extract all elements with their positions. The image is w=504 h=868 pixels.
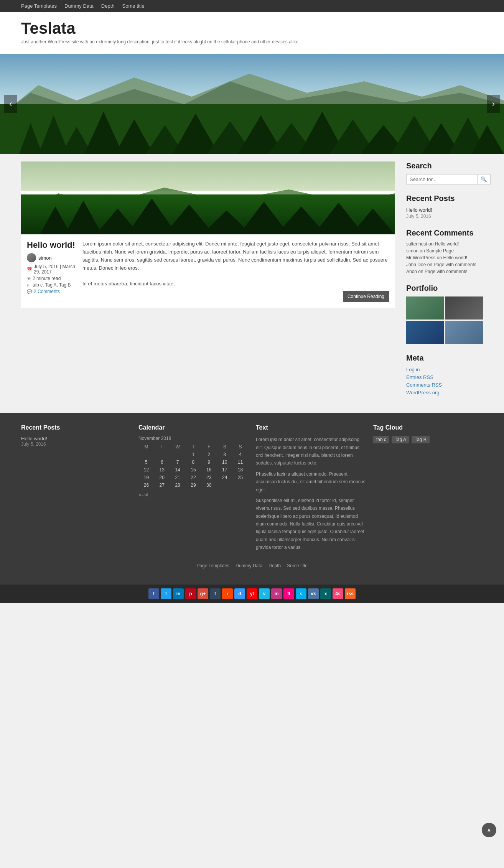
- social-icon-foursquare[interactable]: 4s: [333, 588, 343, 599]
- slider-image: [0, 54, 504, 154]
- post-meta-left: Hello world! simon 📅 July 5, 2016 | Marc…: [27, 240, 77, 302]
- social-icon-googleplus[interactable]: g+: [198, 588, 208, 599]
- nav-item-3[interactable]: Depth: [101, 3, 115, 9]
- cal-cell[interactable]: 13: [154, 466, 170, 474]
- social-icon-vimeo[interactable]: v: [259, 588, 270, 599]
- social-icon-youtube[interactable]: yt: [247, 588, 257, 599]
- cal-cell[interactable]: 23: [201, 474, 217, 481]
- tag-icon: 🏷: [27, 283, 31, 287]
- cal-cell[interactable]: 20: [154, 474, 170, 481]
- cal-cell[interactable]: 24: [217, 474, 232, 481]
- cal-cell[interactable]: 14: [170, 466, 186, 474]
- content-area: Hello world! simon 📅 July 5, 2016 | Marc…: [21, 161, 395, 405]
- cal-cell[interactable]: 11: [232, 458, 248, 466]
- portfolio-thumb-4[interactable]: [445, 321, 483, 344]
- social-icon-delicious[interactable]: d: [234, 588, 245, 599]
- social-icon-skype[interactable]: s: [296, 588, 306, 599]
- footer-recent-post-date: July 5, 2016: [21, 441, 131, 447]
- social-bar: ftinpg+trdytvinflsvkx4srss: [0, 585, 504, 603]
- meta-link-0[interactable]: Log in: [406, 367, 420, 372]
- cal-cell[interactable]: 30: [201, 481, 217, 489]
- sidebar: Search 🔍 Recent Posts Hello world! July …: [406, 161, 483, 405]
- cal-cell[interactable]: 2: [201, 451, 217, 458]
- post-date: 📅 July 5, 2016 | March 29, 2017: [27, 264, 77, 275]
- social-icon-rss[interactable]: rss: [345, 588, 356, 599]
- portfolio-thumb-1[interactable]: [406, 296, 444, 320]
- cal-cell[interactable]: 19: [138, 474, 154, 481]
- cal-cell[interactable]: 4: [232, 451, 248, 458]
- social-icon-pinterest[interactable]: p: [185, 588, 196, 599]
- tag-item[interactable]: Tag A: [392, 436, 409, 443]
- tag-item[interactable]: tab c: [373, 436, 389, 443]
- cal-cell[interactable]: 16: [201, 466, 217, 474]
- cal-th-4: F: [201, 443, 217, 451]
- tag-item[interactable]: Tag B: [412, 436, 430, 443]
- social-icon-flickr[interactable]: fl: [283, 588, 294, 599]
- recent-post-link[interactable]: Hello world!: [406, 207, 432, 213]
- cal-cell[interactable]: 9: [201, 458, 217, 466]
- cal-cell: [217, 481, 232, 489]
- cal-th-1: T: [154, 443, 170, 451]
- social-icon-vk[interactable]: vk: [308, 588, 319, 599]
- search-input[interactable]: [406, 174, 478, 184]
- meta-list: Log in Entries RSS Comments RSS WordPres…: [406, 366, 483, 395]
- post-comments: 💬 2 Comments: [27, 289, 77, 294]
- social-icon-xing[interactable]: x: [320, 588, 331, 599]
- comments-link[interactable]: 2 Comments: [34, 289, 60, 294]
- cal-cell[interactable]: 21: [170, 474, 186, 481]
- portfolio-widget: Portfolio: [406, 284, 483, 344]
- cal-cell[interactable]: 7: [170, 458, 186, 466]
- cal-cell[interactable]: 10: [217, 458, 232, 466]
- slider-prev-button[interactable]: ‹: [4, 95, 17, 113]
- slider-next-button[interactable]: ›: [487, 95, 500, 113]
- footer-recent-post-title: Hello world!: [21, 436, 131, 441]
- social-icon-twitter[interactable]: t: [161, 588, 171, 599]
- social-icon-reddit[interactable]: r: [222, 588, 233, 599]
- cal-cell[interactable]: 27: [154, 481, 170, 489]
- cal-cell[interactable]: 6: [154, 458, 170, 466]
- footer-nav-item[interactable]: Some title: [287, 563, 307, 568]
- footer-nav: Page TemplatesDummy DataDepthSome title: [21, 562, 483, 568]
- cal-cell[interactable]: 28: [170, 481, 186, 489]
- nav-item-1[interactable]: Page Templates: [21, 3, 57, 9]
- cal-th-0: M: [138, 443, 154, 451]
- cal-cell[interactable]: 22: [186, 474, 201, 481]
- meta-link-2[interactable]: Comments RSS: [406, 382, 442, 388]
- calendar-prev-link[interactable]: « Jul: [138, 491, 148, 499]
- social-icon-instagram[interactable]: in: [271, 588, 282, 599]
- cal-cell[interactable]: 1: [186, 451, 201, 458]
- search-button[interactable]: 🔍: [478, 174, 491, 184]
- recent-post-date: July 5, 2016: [406, 214, 431, 219]
- post-excerpt: Lorem ipsum dolor sit amet, consectetur …: [82, 240, 389, 272]
- cal-cell[interactable]: 12: [138, 466, 154, 474]
- cal-cell[interactable]: 25: [232, 474, 248, 481]
- social-icon-facebook[interactable]: f: [148, 588, 159, 599]
- calendar-icon: 📅: [27, 267, 32, 272]
- social-icon-tumblr[interactable]: t: [210, 588, 221, 599]
- cal-cell[interactable]: 15: [186, 466, 201, 474]
- portfolio-thumb-2[interactable]: [445, 296, 483, 320]
- read-more-button[interactable]: Continue Reading: [343, 291, 389, 302]
- footer-tag-cloud-widget: Tag Cloud tab cTag ATag B: [373, 424, 483, 554]
- post-excerpt2: In et metus pharetra, tincidunt lacus vi…: [82, 280, 389, 288]
- site-description: Just another WordPress site with an extr…: [21, 39, 483, 44]
- cal-cell[interactable]: 29: [186, 481, 201, 489]
- footer-nav-item[interactable]: Depth: [268, 563, 281, 568]
- cal-cell[interactable]: 8: [186, 458, 201, 466]
- cal-cell[interactable]: 26: [138, 481, 154, 489]
- nav-item-2[interactable]: Dummy Data: [64, 3, 94, 9]
- cal-cell: [154, 451, 170, 458]
- cal-cell[interactable]: 17: [217, 466, 232, 474]
- cal-cell[interactable]: 18: [232, 466, 248, 474]
- search-title: Search: [406, 161, 483, 170]
- meta-link-1[interactable]: Entries RSS: [406, 374, 433, 380]
- meta-link-3[interactable]: WordPress.org: [406, 390, 439, 395]
- cal-cell[interactable]: 5: [138, 458, 154, 466]
- social-icon-linkedin[interactable]: in: [173, 588, 184, 599]
- cal-cell[interactable]: 3: [217, 451, 232, 458]
- post-card: Hello world! simon 📅 July 5, 2016 | Marc…: [21, 161, 395, 308]
- footer-nav-item[interactable]: Page Templates: [196, 563, 229, 568]
- footer-nav-item[interactable]: Dummy Data: [236, 563, 262, 568]
- nav-item-4[interactable]: Some title: [122, 3, 145, 9]
- portfolio-thumb-3[interactable]: [406, 321, 444, 344]
